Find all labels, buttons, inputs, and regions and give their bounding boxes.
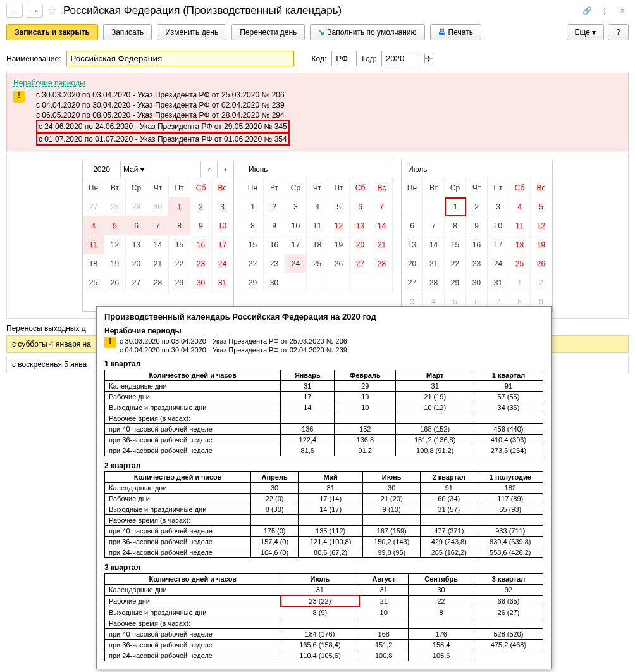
calendar-day[interactable]: 11 xyxy=(509,216,531,235)
calendar-day[interactable]: 28 xyxy=(104,197,126,216)
calendar-day[interactable]: 16 xyxy=(264,235,285,254)
calendar-day[interactable]: 26 xyxy=(531,254,552,273)
calendar-day[interactable]: 28 xyxy=(371,254,393,273)
calendar-day[interactable]: 9 xyxy=(190,216,212,235)
calendar-day[interactable]: 25 xyxy=(83,273,104,292)
calendar-day[interactable]: 23 xyxy=(264,254,285,273)
calendar-day[interactable]: 7 xyxy=(371,197,393,216)
more-button[interactable]: Еще ▾ xyxy=(567,24,605,40)
calendar-day[interactable] xyxy=(371,273,393,292)
year-spinner[interactable]: ▲▼ xyxy=(424,54,433,63)
calendar-day[interactable]: 22 xyxy=(242,254,264,273)
favorite-icon[interactable]: ☆ xyxy=(47,4,57,18)
calendar-day[interactable] xyxy=(307,273,328,292)
calendar-day[interactable]: 30 xyxy=(147,197,169,216)
calendar-day[interactable]: 23 xyxy=(466,254,488,273)
calendar-day[interactable]: 28 xyxy=(147,273,169,292)
calendar-day[interactable]: 18 xyxy=(83,254,104,273)
calendar-day[interactable]: 20 xyxy=(126,254,147,273)
calendar-day[interactable]: 8 xyxy=(242,216,264,235)
calendar-day[interactable]: 3 xyxy=(488,197,509,216)
calendar-day[interactable]: 15 xyxy=(242,235,264,254)
help-button[interactable]: ? xyxy=(608,24,629,40)
calendar-day[interactable]: 1 xyxy=(242,197,264,216)
calendar-day[interactable]: 23 xyxy=(190,254,212,273)
calendar-day[interactable]: 30 xyxy=(264,273,285,292)
year-input[interactable] xyxy=(381,51,419,66)
fill-default-button[interactable]: ↘Заполнить по умолчанию xyxy=(310,24,424,40)
calendar-day[interactable]: 19 xyxy=(531,235,552,254)
calendar-day[interactable]: 8 xyxy=(445,216,466,235)
calendar-day[interactable]: 15 xyxy=(445,235,466,254)
calendar-day[interactable]: 20 xyxy=(402,254,423,273)
calendar-day[interactable]: 6 xyxy=(402,216,423,235)
calendar-day[interactable] xyxy=(328,273,350,292)
code-input[interactable] xyxy=(331,51,357,66)
calendar-day[interactable] xyxy=(350,273,371,292)
calendar-day[interactable]: 8 xyxy=(169,216,190,235)
calendar-day[interactable]: 9 xyxy=(466,216,488,235)
forward-button[interactable]: → xyxy=(27,4,43,18)
print-button[interactable]: 🖶Печать xyxy=(430,24,481,40)
calendar-day[interactable]: 26 xyxy=(328,254,350,273)
calendar-day[interactable]: 25 xyxy=(307,254,328,273)
calendar-day[interactable]: 30 xyxy=(466,273,488,292)
calendar-day[interactable]: 16 xyxy=(466,235,488,254)
calendar-day[interactable]: 9 xyxy=(264,216,285,235)
calendar-day[interactable]: 29 xyxy=(169,273,190,292)
calendar-day[interactable]: 18 xyxy=(509,235,531,254)
calendar-day[interactable]: 4 xyxy=(83,216,104,235)
calendar-day[interactable]: 3 xyxy=(285,197,307,216)
calendar-day[interactable] xyxy=(423,197,445,216)
calendar-day[interactable]: 13 xyxy=(126,235,147,254)
calendar-day[interactable]: 13 xyxy=(350,216,371,235)
calendar-day[interactable]: 7 xyxy=(147,216,169,235)
calendar-day[interactable]: 27 xyxy=(350,254,371,273)
calendar-day[interactable]: 6 xyxy=(350,197,371,216)
calendar-day[interactable]: 26 xyxy=(104,273,126,292)
calendar-day[interactable]: 2 xyxy=(466,197,488,216)
calendar-day[interactable]: 10 xyxy=(488,216,509,235)
calendar-day[interactable]: 31 xyxy=(488,273,509,292)
calendar-day[interactable]: 28 xyxy=(423,273,445,292)
cal-prev[interactable]: ‹ xyxy=(200,161,217,178)
calendar-day[interactable] xyxy=(285,273,307,292)
calendar-day[interactable]: 2 xyxy=(264,197,285,216)
calendar-day[interactable]: 27 xyxy=(126,273,147,292)
calendar-day[interactable]: 5 xyxy=(328,197,350,216)
calendar-day[interactable]: 5 xyxy=(531,197,552,216)
calendar-day[interactable]: 21 xyxy=(423,254,445,273)
calendar-day[interactable]: 11 xyxy=(83,235,104,254)
cal-next[interactable]: › xyxy=(217,161,233,178)
calendar-day[interactable]: 18 xyxy=(307,235,328,254)
calendar-day[interactable]: 22 xyxy=(169,254,190,273)
calendar-day[interactable]: 12 xyxy=(104,235,126,254)
calendar-day[interactable]: 30 xyxy=(190,273,212,292)
calendar-day[interactable]: 24 xyxy=(285,254,307,273)
calendar-day[interactable]: 7 xyxy=(423,216,445,235)
calendar-day[interactable]: 4 xyxy=(509,197,531,216)
change-day-button[interactable]: Изменить день xyxy=(157,24,226,40)
calendar-day[interactable]: 21 xyxy=(147,254,169,273)
calendar-day[interactable]: 17 xyxy=(488,235,509,254)
calendar-day[interactable]: 27 xyxy=(83,197,104,216)
calendar-day[interactable]: 21 xyxy=(371,235,393,254)
calendar-day[interactable]: 19 xyxy=(104,254,126,273)
cal-year[interactable]: 2020 xyxy=(83,161,121,178)
calendar-day[interactable]: 25 xyxy=(509,254,531,273)
calendar-day[interactable]: 1 xyxy=(445,197,466,216)
calendar-day[interactable]: 31 xyxy=(212,273,233,292)
calendar-day[interactable]: 2 xyxy=(531,273,552,292)
calendar-day[interactable]: 20 xyxy=(350,235,371,254)
back-button[interactable]: ← xyxy=(6,4,23,18)
calendar-day[interactable]: 14 xyxy=(147,235,169,254)
calendar-day[interactable]: 1 xyxy=(169,197,190,216)
cal-month[interactable]: Май ▾ xyxy=(121,161,200,178)
calendar-day[interactable]: 6 xyxy=(126,216,147,235)
link-icon[interactable]: 🔗 xyxy=(581,4,593,17)
calendar-day[interactable]: 15 xyxy=(169,235,190,254)
calendar-day[interactable]: 29 xyxy=(242,273,264,292)
calendar-day[interactable]: 3 xyxy=(212,197,233,216)
calendar-day[interactable]: 19 xyxy=(328,235,350,254)
calendar-day[interactable]: 11 xyxy=(307,216,328,235)
